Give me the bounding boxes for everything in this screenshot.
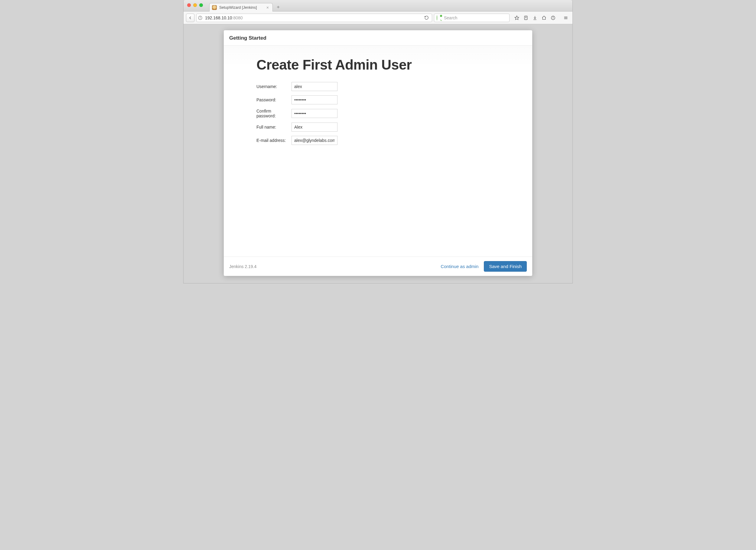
site-info-icon[interactable] — [198, 15, 203, 20]
reading-list-button[interactable] — [522, 14, 530, 22]
url-text: 192.168.10.10:8080 — [204, 15, 421, 20]
email-input[interactable] — [292, 136, 337, 145]
url-port: :8080 — [232, 15, 243, 20]
url-host: 192.168.10.10 — [205, 15, 232, 20]
continue-as-admin-link[interactable]: Continue as admin — [441, 264, 478, 269]
address-bar[interactable]: 192.168.10.10:8080 — [196, 14, 432, 22]
save-and-finish-button[interactable]: Save and Finish — [484, 261, 527, 272]
bookmark-star-button[interactable] — [513, 14, 521, 22]
full-name-input[interactable] — [292, 122, 337, 132]
browser-tab[interactable]: SetupWizard [Jenkins] × — [209, 3, 273, 11]
modal-header-title: Getting Started — [229, 35, 527, 41]
hamburger-menu-button[interactable] — [562, 14, 570, 22]
full-name-label: Full name: — [256, 125, 292, 129]
new-tab-button[interactable]: ＋ — [274, 3, 282, 11]
confirm-password-input[interactable] — [292, 109, 337, 118]
search-bar[interactable]: Search — [434, 14, 510, 22]
username-input[interactable] — [292, 82, 337, 91]
jenkins-version-text: Jenkins 2.19.4 — [229, 264, 256, 269]
username-label: Username: — [256, 84, 292, 89]
svg-marker-3 — [515, 16, 519, 20]
back-button[interactable] — [186, 14, 194, 22]
tab-title: SetupWizard [Jenkins] — [219, 5, 263, 10]
setup-wizard-modal: Getting Started Create First Admin User … — [224, 30, 532, 276]
downloads-button[interactable] — [531, 14, 539, 22]
window-close-button[interactable] — [187, 3, 191, 7]
confirm-password-label: Confirm password: — [256, 109, 292, 118]
search-placeholder: Search — [444, 15, 507, 20]
jenkins-favicon-icon — [212, 5, 217, 10]
reload-button[interactable] — [423, 15, 430, 20]
tab-close-button[interactable]: × — [266, 5, 269, 10]
svg-point-2 — [200, 17, 200, 17]
email-label: E-mail address: — [256, 138, 292, 143]
svg-point-9 — [553, 17, 553, 17]
page-title: Create First Admin User — [256, 57, 527, 73]
window-zoom-button[interactable] — [199, 3, 203, 7]
password-input[interactable] — [292, 95, 337, 104]
password-label: Password: — [256, 97, 292, 102]
info-button[interactable] — [549, 14, 557, 22]
search-icon — [437, 15, 442, 20]
window-minimize-button[interactable] — [193, 3, 197, 7]
home-button[interactable] — [540, 14, 548, 22]
